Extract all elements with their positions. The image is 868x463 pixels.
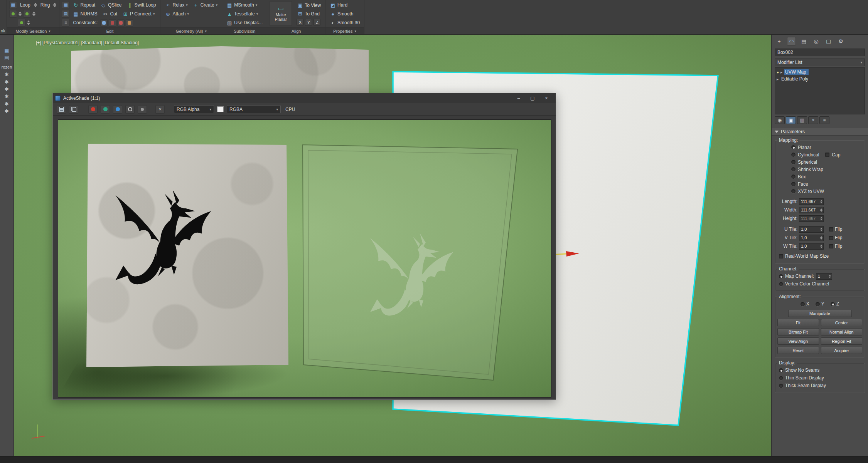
object-name-field[interactable]: Box002 [775, 49, 865, 56]
section-label-edit[interactable]: Edit [59, 27, 160, 34]
blue-channel-button[interactable] [113, 105, 122, 114]
w-flip-checkbox[interactable] [829, 244, 833, 248]
loop-grow-button[interactable] [9, 10, 17, 18]
edit-tool-1-button[interactable]: ▦ [62, 1, 69, 9]
frame-buffer-dropdown[interactable]: RGBA ▾ [227, 105, 281, 113]
viewport-label[interactable]: [+] [PhysCamera001] [Standard] [Default … [36, 40, 139, 45]
modifier-row-uvw-map[interactable]: ● ▸ UVW Map [775, 69, 865, 75]
clone-rendering-button[interactable] [69, 105, 78, 114]
modifier-visibility-icon[interactable]: ● [777, 70, 779, 74]
close-button[interactable]: × [539, 94, 553, 102]
acquire-button[interactable]: Acquire [821, 347, 863, 354]
ring-shrink-spinner[interactable] [27, 20, 30, 25]
constraint-normal-button[interactable] [126, 19, 133, 27]
vertex-color-radio[interactable] [779, 282, 783, 286]
cut-button[interactable]: ✂Cut [100, 10, 119, 18]
reset-button[interactable]: Reset [777, 347, 819, 354]
ring-grow-spinner[interactable] [32, 11, 36, 17]
section-label-properties[interactable]: Properties ▾ [325, 27, 364, 34]
to-grid-button[interactable]: ⊞To Grid [295, 10, 323, 18]
cap-checkbox[interactable] [825, 153, 829, 157]
layer-grid-icon[interactable]: ▦ [4, 48, 9, 55]
parameters-rollout-header[interactable]: Parameters [772, 128, 868, 136]
minimize-button[interactable]: – [512, 94, 526, 102]
face-radio[interactable] [791, 182, 796, 186]
expand-icon[interactable]: ▸ [777, 77, 779, 81]
swift-loop-button[interactable]: ∥Swift Loop [125, 1, 158, 9]
height-spinner[interactable] [820, 217, 822, 220]
u-tile-spinner[interactable] [820, 228, 822, 231]
length-spinner[interactable] [820, 200, 822, 203]
edit-tool-2-button[interactable]: ▤ [62, 10, 69, 18]
red-channel-button[interactable] [88, 105, 98, 114]
ring-button[interactable]: Ring [39, 1, 52, 9]
smooth-button[interactable]: ●Smooth [328, 10, 355, 18]
section-label-subdivision[interactable]: Subdivision [222, 27, 267, 34]
relax-button[interactable]: ≈Relax▾ [163, 1, 189, 9]
thick-seam-radio[interactable] [779, 384, 783, 388]
tab-motion[interactable]: ◎ [812, 37, 821, 45]
map-channel-radio[interactable] [779, 274, 783, 278]
qslice-button[interactable]: ◇QSlice [98, 1, 123, 9]
tab-create[interactable]: + [775, 37, 784, 45]
freeze-icon[interactable]: ✱ [5, 94, 9, 101]
align-y-radio[interactable] [816, 302, 820, 306]
freeze-icon[interactable]: ✱ [5, 72, 9, 79]
map-channel-field[interactable]: 1 [816, 273, 832, 280]
spherical-radio[interactable] [791, 160, 796, 164]
w-tile-field[interactable]: 1,0 [799, 243, 824, 250]
u-tile-field[interactable]: 1,0 [799, 226, 824, 233]
thin-seam-radio[interactable] [779, 376, 783, 380]
tessellate-button[interactable]: ▲Tessellate▾ [224, 10, 260, 18]
tab-display[interactable]: ▢ [824, 37, 833, 45]
show-end-result-button[interactable]: ▣ [786, 116, 796, 124]
layer-rows-icon[interactable]: ▤ [4, 55, 9, 62]
create-button[interactable]: +Create▾ [191, 1, 220, 9]
activeshade-titlebar[interactable]: ActiveShade (1:1) – ▢ × [53, 93, 556, 103]
w-tile-spinner[interactable] [820, 245, 822, 248]
v-tile-field[interactable]: 1,0 [799, 235, 824, 241]
u-flip-checkbox[interactable] [829, 227, 833, 232]
viewport[interactable]: [+] [PhysCamera001] [Standard] [Default … [14, 35, 771, 456]
msmooth-button[interactable]: ▦MSmooth▾ [224, 1, 259, 9]
ring-shrink-button[interactable] [18, 19, 25, 27]
to-view-button[interactable]: ▣To View [295, 1, 323, 9]
align-y-button[interactable]: Y [305, 19, 312, 26]
xyz-to-uvw-radio[interactable] [791, 189, 796, 193]
hard-button[interactable]: ◩Hard [328, 1, 349, 9]
freeze-icon[interactable]: ✱ [5, 79, 9, 86]
modifier-list-dropdown[interactable]: Modifier List ▾ [775, 59, 865, 66]
length-field[interactable]: 111,667 [799, 198, 824, 205]
freeze-icon[interactable]: ✱ [5, 86, 9, 94]
region-fit-button[interactable]: Region Fit [821, 337, 863, 345]
freeze-icon[interactable]: ✱ [5, 101, 9, 108]
green-channel-button[interactable] [101, 105, 110, 114]
planar-radio[interactable] [791, 145, 796, 149]
background-color-swatch[interactable] [217, 106, 224, 112]
loop-spinner[interactable] [34, 2, 37, 8]
map-channel-spinner[interactable] [829, 275, 831, 278]
tab-utilities[interactable]: ⚙ [836, 37, 845, 45]
stone-slab-object[interactable] [71, 46, 369, 93]
modifier-row-editable-poly[interactable]: ▸ Editable Poly [775, 75, 865, 82]
bitmap-fit-button[interactable]: Bitmap Fit [777, 328, 819, 336]
align-z-radio[interactable] [831, 302, 835, 306]
shrink-wrap-radio[interactable] [791, 167, 796, 171]
pin-stack-button[interactable]: ◉ [775, 116, 785, 124]
normal-align-button[interactable]: Normal Align [821, 328, 863, 336]
box-radio[interactable] [791, 174, 796, 179]
ring-spinner[interactable] [53, 2, 57, 8]
loop-button[interactable]: Loop [18, 1, 32, 9]
v-flip-checkbox[interactable] [829, 236, 833, 240]
width-spinner[interactable] [820, 208, 822, 212]
pconnect-button[interactable]: ⊞P Connect▾ [120, 10, 157, 18]
tab-hierarchy[interactable]: ▤ [799, 37, 808, 45]
clear-button[interactable]: × [155, 105, 165, 114]
height-field[interactable]: 111,667 [799, 215, 824, 222]
remove-modifier-button[interactable]: × [808, 116, 818, 124]
freeze-icon[interactable]: ✱ [5, 108, 9, 116]
nurms-button[interactable]: ▦NURMS [71, 10, 99, 18]
make-unique-button[interactable]: ▥ [797, 116, 807, 124]
manipulate-button[interactable]: Manipulate [788, 310, 852, 317]
repeat-button[interactable]: ↻Repeat [71, 1, 97, 9]
